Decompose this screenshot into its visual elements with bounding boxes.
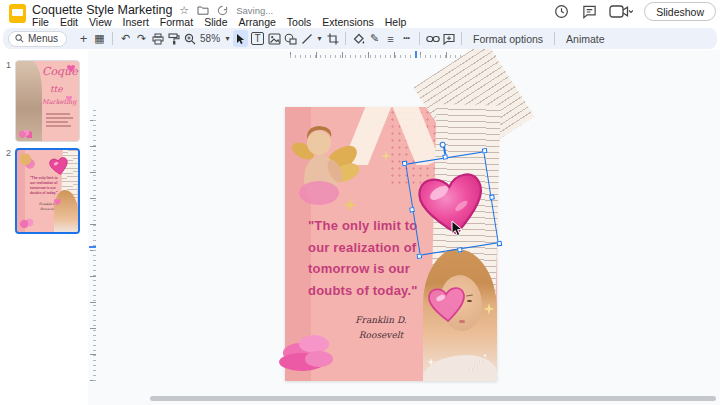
- menu-slide[interactable]: Slide: [203, 16, 228, 28]
- thumb2-clouds: [19, 218, 34, 228]
- title-bar: Coquette Style Marketing ☆ Saving... Fil…: [0, 0, 720, 28]
- comments-icon[interactable]: [580, 3, 598, 21]
- meet-camera-icon[interactable]: [608, 3, 634, 21]
- menus-pill-label: Menus: [28, 33, 58, 44]
- resize-handle-n[interactable]: [442, 154, 448, 160]
- slide-canvas[interactable]: "The only limit to our realization of to…: [88, 50, 720, 405]
- filmstrip-panel: 1 Coque tte Marketing 2 "The only limit …: [0, 50, 88, 405]
- selected-heart-image[interactable]: [405, 151, 499, 255]
- print-button[interactable]: [150, 30, 165, 47]
- menus-search-pill[interactable]: Menus: [8, 31, 67, 47]
- select-tool[interactable]: [233, 30, 248, 47]
- vertical-ruler: [90, 107, 96, 381]
- menu-tools[interactable]: Tools: [286, 16, 313, 28]
- border-dash-button[interactable]: ┅: [399, 30, 414, 47]
- search-icon: [15, 34, 24, 43]
- insert-link-button[interactable]: [425, 30, 440, 47]
- resize-handle-e[interactable]: [489, 194, 495, 200]
- slide-2-thumbnail[interactable]: "The only limit to our realization of to…: [15, 148, 80, 234]
- ruler-cursor-marker-h: [415, 51, 417, 58]
- attribution-line-2: Roosevelt: [351, 328, 411, 343]
- resize-handle-s[interactable]: [456, 247, 462, 253]
- selection-border: [405, 151, 499, 255]
- animate-button[interactable]: Animate: [560, 33, 611, 45]
- insert-line-button[interactable]: [299, 30, 314, 47]
- saving-status: Saving...: [236, 5, 273, 16]
- insert-image-button[interactable]: [267, 30, 282, 47]
- horizontal-scrollbar[interactable]: [150, 396, 716, 401]
- resize-handle-se[interactable]: [496, 241, 502, 247]
- thumb2-woman: [54, 190, 78, 232]
- sparkle-icon: [483, 301, 495, 317]
- add-comment-button[interactable]: [441, 30, 456, 47]
- sparkle-icon: [381, 149, 391, 163]
- resize-handle-ne[interactable]: [482, 148, 488, 154]
- ruler-cursor-marker-v: [89, 246, 96, 248]
- line-dropdown-icon[interactable]: ▾: [315, 30, 324, 47]
- slides-logo-icon[interactable]: [9, 4, 26, 23]
- thumb1-heart-icon-2: [65, 95, 73, 102]
- thumb1-flowers: [18, 129, 32, 138]
- resize-handle-nw[interactable]: [402, 161, 408, 167]
- resize-handle-w[interactable]: [409, 207, 415, 213]
- menu-edit[interactable]: Edit: [59, 16, 79, 28]
- resize-handle-sw[interactable]: [416, 253, 422, 259]
- text-box-tool[interactable]: T: [251, 32, 264, 45]
- eye-heart-image[interactable]: [424, 278, 469, 331]
- thumb2-heart: [47, 154, 72, 177]
- border-weight-button[interactable]: ≡: [383, 30, 398, 47]
- slide-2-number: 2: [6, 148, 11, 158]
- menu-arrange[interactable]: Arrange: [237, 16, 276, 28]
- thumb2-eye-heart: [53, 198, 62, 206]
- menu-format[interactable]: Format: [159, 16, 194, 28]
- slideshow-button[interactable]: Slideshow: [644, 2, 716, 21]
- attribution-line-1: Franklin D.: [351, 313, 411, 328]
- menu-extensions[interactable]: Extensions: [321, 16, 374, 28]
- menu-help[interactable]: Help: [384, 16, 408, 28]
- slide-layouts-button[interactable]: ▦: [92, 30, 107, 47]
- undo-button[interactable]: ↶: [118, 30, 133, 47]
- zoom-level[interactable]: 58%: [198, 33, 222, 44]
- menu-bar: File Edit View Insert Format Slide Arran…: [31, 16, 407, 28]
- toolbar: Menus + ▦ ↶ ↷ 58% ▾ T ▾ ✎ ≡ ┅ Format opt: [3, 28, 717, 49]
- zoom-icon[interactable]: [182, 30, 197, 47]
- thumb2-angel: [19, 153, 35, 171]
- pink-clouds-image[interactable]: [279, 327, 337, 375]
- insert-shape-button[interactable]: [283, 30, 298, 47]
- mouse-cursor: [451, 220, 463, 237]
- border-color-button[interactable]: ✎: [367, 30, 382, 47]
- new-slide-button[interactable]: +: [76, 30, 91, 47]
- fill-color-button[interactable]: [351, 30, 366, 47]
- slide-page[interactable]: "The only limit to our realization of to…: [285, 107, 497, 381]
- redo-button[interactable]: ↷: [134, 30, 149, 47]
- paint-format-button[interactable]: [166, 30, 181, 47]
- sparkle-icon: [427, 357, 435, 367]
- menu-file[interactable]: File: [31, 16, 50, 28]
- slide-1-thumbnail[interactable]: Coque tte Marketing: [15, 60, 80, 142]
- version-history-icon[interactable]: [552, 3, 570, 21]
- menu-insert[interactable]: Insert: [122, 16, 150, 28]
- quote-attribution[interactable]: Franklin D. Roosevelt: [351, 313, 411, 343]
- format-options-button[interactable]: Format options: [467, 33, 549, 45]
- star-icon[interactable]: ☆: [179, 5, 189, 16]
- crop-image-button[interactable]: [325, 30, 340, 47]
- thumb1-title-part2: tte: [50, 85, 63, 94]
- sparkle-icon: [343, 195, 357, 215]
- thumb1-heart-icon: [66, 64, 76, 73]
- menu-view[interactable]: View: [88, 16, 113, 28]
- slide-1-number: 1: [6, 60, 11, 70]
- zoom-dropdown-icon[interactable]: ▾: [223, 30, 232, 47]
